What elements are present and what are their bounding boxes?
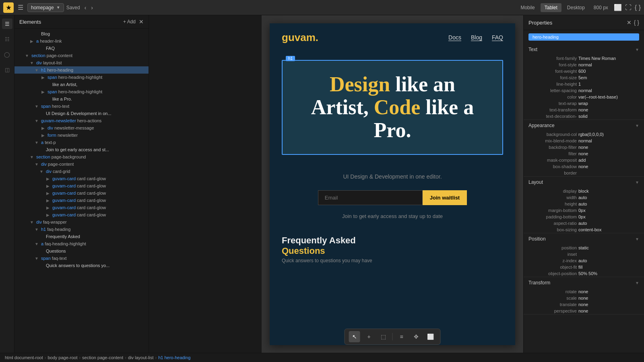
- frame-tool[interactable]: ⬚: [378, 331, 389, 342]
- tree-item-span-hero-text[interactable]: ▼ span hero-text: [14, 103, 149, 110]
- media-icon[interactable]: ◫: [2, 64, 12, 75]
- tree-class: card card-glow: [77, 212, 106, 217]
- translate-label: translate: [528, 302, 577, 307]
- site-logo: guvam.: [282, 31, 318, 44]
- height-value: auto: [578, 202, 587, 206]
- email-input[interactable]: [318, 190, 423, 205]
- tree-class: layout-list: [43, 60, 62, 65]
- tree-item-ui-design-text[interactable]: UI Design & Development in on...: [14, 110, 149, 117]
- tree-item-quick-answers[interactable]: Quick answers to questions yo...: [14, 262, 149, 269]
- tree-item-frequently-asked[interactable]: Frequently Asked: [14, 233, 149, 240]
- select-tool[interactable]: ↖: [349, 331, 360, 342]
- faq-subtext: Quick answers to questions you may have: [282, 258, 503, 263]
- tree-item-guvam-card-6[interactable]: ▶ guvam-card card card-glow: [14, 211, 149, 218]
- color-label: color: [528, 95, 577, 99]
- canvas-scroll[interactable]: guvam. Docs Blog FAQ h1 Design like an: [262, 15, 523, 353]
- tree-item-span-faq-text[interactable]: ▼ span faq-text: [14, 255, 149, 262]
- properties-settings-button[interactable]: { }: [634, 19, 639, 26]
- resize-icon[interactable]: ⬜: [614, 4, 622, 11]
- tree-item-div-page-content[interactable]: ▼ div page-content: [14, 160, 149, 168]
- layout-section-header[interactable]: Layout ▼: [524, 177, 644, 188]
- tree-item-guvam-card-3[interactable]: ▶ guvam-card card card-glow: [14, 189, 149, 197]
- tree-item-h1-hero-heading[interactable]: ▼ h1 hero-heading: [14, 66, 149, 74]
- breadcrumb-item-section[interactable]: section page-content: [82, 355, 123, 360]
- border-label: border: [528, 171, 577, 175]
- join-waitlist-button[interactable]: Join waitlist: [423, 190, 467, 205]
- tree-item-form-newsletter[interactable]: ▶ form newsletter: [14, 132, 149, 139]
- add-tool[interactable]: +: [363, 331, 375, 342]
- nav-faq-link[interactable]: FAQ: [492, 34, 503, 41]
- view-mobile-button[interactable]: Mobile: [516, 3, 539, 12]
- code-settings-icon[interactable]: { }: [635, 4, 641, 11]
- move-tool[interactable]: ✥: [411, 331, 422, 342]
- pages-icon[interactable]: ☷: [2, 34, 12, 44]
- tree-item-join-text[interactable]: Join to get early access and st...: [14, 146, 149, 153]
- prop-object-fit: object-fit fill: [524, 264, 644, 270]
- tree-item-div-layout-list[interactable]: ▼ div layout-list: [14, 59, 149, 66]
- tree-item-guvam-card-4[interactable]: ▶ guvam-card card card-glow: [14, 197, 149, 204]
- forward-button[interactable]: ›: [89, 3, 95, 12]
- appearance-section-header[interactable]: Appearance ▼: [524, 120, 644, 131]
- breadcrumb-sep: ›: [155, 355, 157, 360]
- breadcrumb-item-div[interactable]: div layout-list: [128, 355, 154, 360]
- tree-item-like-an-artist[interactable]: like an Artist,: [14, 81, 149, 88]
- breadcrumb-item-body[interactable]: body page-root: [47, 355, 77, 360]
- view-tablet-button[interactable]: Tablet: [541, 3, 561, 12]
- prop-font-style: font-style normal: [524, 62, 644, 68]
- breadcrumb-item-html[interactable]: html document-root: [5, 355, 43, 360]
- properties-close-button[interactable]: ✕: [627, 19, 632, 26]
- tree-tag: guvam-newsletter: [41, 118, 76, 123]
- menu-icon[interactable]: ☰: [16, 2, 25, 13]
- back-button[interactable]: ‹: [83, 3, 89, 12]
- site-nav: Docs Blog FAQ: [448, 34, 503, 41]
- tree-item-h1-faq-heading[interactable]: ▼ h1 faq-heading: [14, 226, 149, 233]
- sidebar-close-button[interactable]: ✕: [139, 19, 144, 25]
- tree-toggle: ▼: [34, 242, 39, 246]
- text-transform-label: text-transform: [528, 107, 577, 112]
- tree-toggle: ▼: [34, 140, 39, 145]
- tree-toggle: ▶: [45, 206, 51, 210]
- elements-icon[interactable]: ☰: [2, 19, 12, 29]
- fullscreen-icon[interactable]: ⛶: [625, 4, 632, 11]
- tree-item-div-newsletter-message[interactable]: ▶ div newsletter-message: [14, 124, 149, 132]
- view-desktop-button[interactable]: Desktop: [563, 3, 589, 12]
- sidebar-title: Elements: [19, 19, 120, 25]
- hero-highlight-design: Design: [330, 73, 390, 96]
- nav-blog-link[interactable]: Blog: [471, 34, 482, 41]
- position-section-header[interactable]: Position ▼: [524, 233, 644, 245]
- tree-toggle: ▶: [45, 213, 51, 217]
- tree-toggle: ▼: [34, 227, 39, 232]
- tree-item-span-hero-highlight-1[interactable]: ▶ span hero-heading-highlight: [14, 74, 149, 81]
- more-tool[interactable]: ⬜: [425, 331, 436, 342]
- tree-item-span-hero-highlight-2[interactable]: ▶ span hero-heading-highlight: [14, 88, 149, 95]
- tree-item-blog[interactable]: Blog: [14, 30, 149, 37]
- tree-text: FAQ: [46, 46, 55, 51]
- tree-tag: div: [41, 162, 47, 167]
- nav-docs-link[interactable]: Docs: [448, 34, 461, 41]
- tree-item-guvam-card-2[interactable]: ▶ guvam-card card card-glow: [14, 182, 149, 189]
- hero-box: h1 Design like an Artist, Code like a Pr…: [282, 60, 503, 155]
- tree-item-faq-text[interactable]: FAQ: [14, 45, 149, 52]
- tree-item-header-link[interactable]: ▶ a header-link: [14, 37, 149, 45]
- tree-item-like-a-pro[interactable]: like a Pro.: [14, 95, 149, 103]
- tree-item-guvam-card-1[interactable]: ▶ guvam-card card card-glow: [14, 175, 149, 182]
- breadcrumb-item-h1[interactable]: h1 hero-heading: [158, 355, 190, 360]
- tree-item-guvam-newsletter[interactable]: ▼ guvam-newsletter hero-actions: [14, 117, 149, 124]
- components-icon[interactable]: ◯: [2, 49, 12, 60]
- text-section-header[interactable]: Text ▼: [524, 44, 644, 55]
- transform-section-header[interactable]: Transform ▼: [524, 277, 644, 288]
- align-tool[interactable]: ≡: [396, 331, 407, 342]
- tree-item-section-page-bg[interactable]: ▼ section page-background: [14, 153, 149, 160]
- topbar-actions: ⬜ ⛶ { }: [614, 4, 641, 11]
- page-dropdown[interactable]: homepage ▼: [27, 3, 64, 12]
- tree-item-guvam-card-5[interactable]: ▶ guvam-card card card-glow: [14, 204, 149, 211]
- tree-item-section-page-content[interactable]: ▼ section page-content: [14, 52, 149, 59]
- tree-item-questions[interactable]: Questions: [14, 247, 149, 255]
- tree-item-a-text-p[interactable]: ▼ a text-p: [14, 139, 149, 146]
- tree-tag: span: [47, 89, 57, 94]
- add-element-button[interactable]: + Add: [123, 19, 136, 25]
- tree-item-a-faq-highlight[interactable]: ▼ a faq-heading-highlight: [14, 240, 149, 247]
- tree-item-div-faq-wrapper[interactable]: ▼ div faq-wrapper: [14, 218, 149, 226]
- box-sizing-label: box-sizing: [528, 227, 577, 232]
- tree-item-div-card-grid[interactable]: ▼ div card-grid: [14, 168, 149, 175]
